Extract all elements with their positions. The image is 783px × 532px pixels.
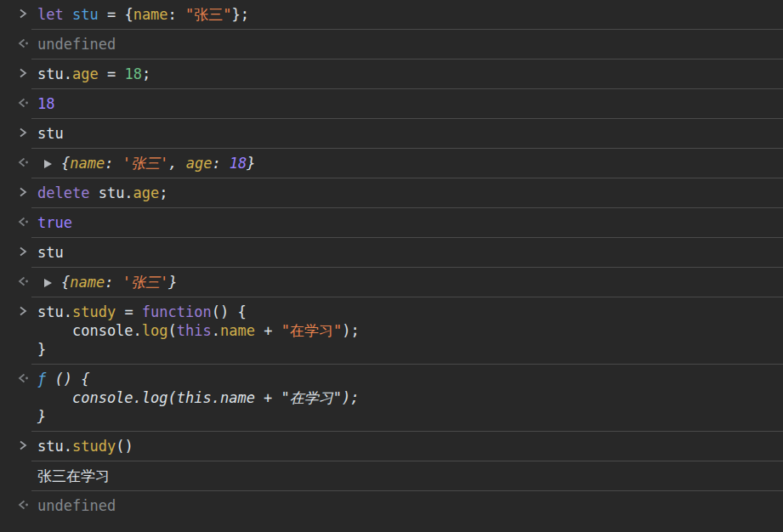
return-value-arrow-icon bbox=[16, 96, 30, 110]
console-message-text: let stu = {name: "张三"}; bbox=[31, 0, 783, 30]
console-message-text: stu bbox=[31, 119, 783, 149]
token-default-text: { bbox=[61, 155, 70, 172]
token-default-text bbox=[64, 6, 72, 23]
console-message-line: stu bbox=[37, 243, 776, 262]
token-default-text: { bbox=[61, 274, 70, 291]
token-default-text: ; bbox=[159, 184, 167, 201]
token-default-text: stu bbox=[37, 125, 64, 142]
token-muted-undefined: undefined bbox=[37, 36, 116, 53]
console-entry-result: true bbox=[0, 208, 783, 238]
console-message-text: true bbox=[31, 208, 783, 238]
token-string: "在学习" bbox=[281, 322, 342, 339]
token-default-text: ( bbox=[168, 322, 177, 339]
return-value-arrow-icon bbox=[16, 37, 30, 50]
console-message-text: delete stu.age; bbox=[31, 178, 783, 208]
token-default-text: } bbox=[247, 155, 255, 172]
prompt-chevron-icon bbox=[16, 304, 30, 318]
console-message-line: console.log(this.name + "在学习"); bbox=[37, 388, 776, 407]
console-message-line: undefined bbox=[37, 35, 776, 54]
console-entry-input: stu.study = function() { console.log(thi… bbox=[0, 297, 783, 365]
console-entry-result: ƒ () { console.log(this.name + "在学习");} bbox=[0, 365, 783, 432]
token-default-text: stu. bbox=[37, 303, 72, 320]
console-entry-result: undefined bbox=[0, 30, 783, 59]
token-property-name: name bbox=[70, 155, 105, 172]
prompt-chevron-icon bbox=[16, 126, 30, 139]
token-default-text: () { bbox=[212, 303, 247, 320]
token-function-italic-f: ƒ bbox=[37, 371, 46, 388]
token-default-text: }; bbox=[232, 6, 249, 23]
token-default-text: ); bbox=[342, 322, 359, 339]
console-entry-result: {name: '张三'} bbox=[0, 268, 783, 297]
console-entry-log: 张三在学习 bbox=[0, 461, 783, 491]
token-string: "张三" bbox=[185, 6, 231, 23]
token-default-text: 张三在学习 bbox=[37, 467, 110, 484]
token-default-text: , bbox=[168, 155, 185, 172]
token-property-name: age bbox=[186, 155, 213, 172]
token-default-text: () bbox=[116, 438, 133, 455]
console-message-text: {name: '张三'} bbox=[31, 268, 783, 297]
token-default-text: } bbox=[37, 341, 46, 358]
console-message-line: } bbox=[37, 340, 776, 359]
prompt-chevron-icon bbox=[16, 185, 30, 199]
expand-object-triangle-icon[interactable] bbox=[44, 279, 52, 287]
console-message-text: undefined bbox=[31, 491, 783, 520]
token-default-text: = { bbox=[99, 6, 133, 23]
token-default-text: : bbox=[105, 155, 122, 172]
console-message-text: stu.study = function() { console.log(thi… bbox=[31, 297, 783, 365]
console-message-text: ƒ () { console.log(this.name + "在学习");} bbox=[31, 365, 783, 432]
token-property-name: name bbox=[70, 274, 105, 291]
console-message-line: stu.age = 18; bbox=[37, 65, 776, 83]
console-entry-input: stu bbox=[0, 119, 783, 149]
token-default-text: } bbox=[168, 274, 177, 291]
token-default-text: : bbox=[168, 6, 185, 23]
console-message-text: undefined bbox=[31, 30, 783, 59]
console-message-text: stu bbox=[31, 238, 783, 268]
console-message-text: {name: '张三', age: 18} bbox=[31, 149, 783, 178]
token-default-text: stu. bbox=[37, 65, 72, 82]
console-entry-input: stu.study() bbox=[0, 432, 783, 461]
console-message-line: true bbox=[37, 213, 776, 232]
token-default-text: } bbox=[37, 408, 46, 425]
console-entry-input: stu.age = 18; bbox=[0, 59, 783, 89]
return-value-arrow-icon bbox=[16, 274, 30, 288]
console-message-text: 18 bbox=[31, 89, 783, 119]
return-value-arrow-icon bbox=[16, 215, 30, 229]
token-default-text: stu. bbox=[89, 184, 133, 201]
token-property-name: age bbox=[133, 184, 160, 201]
token-default-text: : bbox=[105, 274, 122, 291]
token-string: '张三' bbox=[122, 274, 168, 291]
token-property-name: name bbox=[220, 322, 255, 339]
console-message-text: 张三在学习 bbox=[31, 461, 783, 491]
token-keyword: let bbox=[37, 6, 64, 23]
token-property-name: age bbox=[72, 65, 99, 82]
console-message-line: {name: '张三'} bbox=[37, 273, 776, 291]
token-default-text: () { bbox=[46, 371, 89, 388]
console-message-line: undefined bbox=[37, 496, 776, 515]
token-variable-definition: stu bbox=[72, 6, 99, 23]
console-message-line: console.log(this.name + "在学习"); bbox=[37, 321, 776, 340]
console-message-line: } bbox=[37, 407, 776, 426]
console-entry-input: stu bbox=[0, 238, 783, 268]
console-message-line: ƒ () { bbox=[37, 370, 776, 388]
console-message-line: stu bbox=[37, 124, 776, 143]
return-value-arrow-icon bbox=[16, 156, 30, 169]
token-property-name: study bbox=[72, 303, 116, 320]
token-default-text: console. bbox=[37, 322, 142, 339]
token-keyword: this bbox=[177, 322, 212, 339]
expand-object-triangle-icon[interactable] bbox=[44, 160, 52, 168]
console-entry-result: undefined bbox=[0, 491, 783, 520]
devtools-console-log[interactable]: let stu = {name: "张三"};undefinedstu.age … bbox=[0, 0, 783, 532]
token-property-name: name bbox=[133, 6, 168, 23]
token-number-input: 18 bbox=[124, 65, 141, 82]
console-message-line: stu.study() bbox=[37, 437, 776, 456]
prompt-chevron-icon bbox=[16, 7, 30, 20]
token-default-text: : bbox=[212, 155, 229, 172]
prompt-chevron-icon bbox=[16, 245, 30, 258]
token-number-boolean-output: 18 bbox=[230, 155, 247, 172]
console-message-line: 张三在学习 bbox=[37, 467, 776, 485]
console-message-line: stu.study = function() { bbox=[37, 303, 776, 321]
console-entry-result: {name: '张三', age: 18} bbox=[0, 149, 783, 178]
console-message-text: stu.study() bbox=[31, 432, 783, 461]
console-entry-input: let stu = {name: "张三"}; bbox=[0, 0, 783, 30]
console-entry-input: delete stu.age; bbox=[0, 178, 783, 208]
